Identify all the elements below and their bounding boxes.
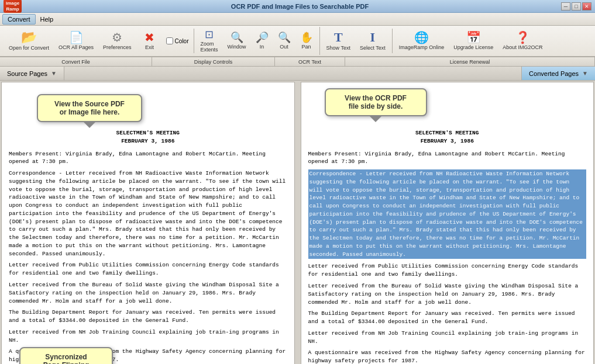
show-text-button[interactable]: T Show Text	[322, 29, 355, 53]
preferences-button[interactable]: ⚙ Preferences	[99, 29, 136, 53]
ocr-paragraph-0: Members Present: Virginia Brady, Edna La…	[308, 150, 587, 167]
panels-content: View the Source PDF or Image file here. …	[0, 81, 595, 364]
license-renewal-label: License Renewal	[345, 57, 595, 66]
menu-convert[interactable]: Convert	[2, 14, 36, 25]
source-paragraph-2: Letter received from Public Utilities Co…	[9, 261, 287, 278]
document-icon: 📄	[69, 32, 84, 43]
select-text-icon: I	[370, 31, 376, 44]
ocr-paragraph-3: Letter received from the Bureau of Solid…	[308, 282, 587, 306]
menu-bar: Convert Help	[0, 13, 595, 26]
sync-callout-text: Syncronized Page Flipping	[43, 353, 90, 364]
window-icon: 🔍	[231, 32, 243, 43]
pan-icon: ✋	[300, 32, 313, 43]
window-label: Window	[228, 44, 246, 50]
source-paragraph-3: Letter received from the Bureau of Solid…	[9, 281, 287, 305]
calendar-icon: 📅	[466, 32, 481, 43]
show-text-icon: T	[334, 31, 343, 44]
convert-file-label: Convert File	[0, 57, 152, 66]
converted-pages-label: Converted Pages	[529, 70, 579, 77]
source-title1: SELECTMEN'S MEETING	[9, 129, 287, 137]
panels-header: Source Pages ▼ Converted Pages ▼	[0, 67, 595, 81]
close-button[interactable]: ✕	[582, 2, 591, 11]
preferences-label: Preferences	[103, 44, 132, 50]
ocr-all-pages-button[interactable]: 📄 OCR All Pages	[54, 29, 98, 53]
upgrade-license-label: Upgrade License	[453, 44, 493, 50]
zoom-extents-label: ZoomExtents	[201, 41, 218, 53]
color-checkbox[interactable]	[166, 37, 173, 44]
about-icon: ❓	[515, 32, 530, 43]
converted-pages-tab[interactable]: Converted Pages ▼	[521, 67, 595, 80]
toolbar-labels: Convert File Display Controls OCR Text L…	[0, 57, 595, 67]
ocr-callout: View the OCR PDF file side by side.	[325, 88, 427, 116]
toolbar-display-controls: ⊡ ZoomExtents 🔍 Window 🔎 In 🔍 Out ✋ Pan	[194, 27, 320, 55]
zoom-in-icon: 🔎	[256, 32, 269, 43]
zoom-in-label: In	[260, 44, 264, 50]
ocr-paragraph-2: Letter received from Public Utilities Co…	[308, 262, 587, 279]
zoom-extents-icon: ⊡	[205, 29, 214, 40]
app-logo: imageRamp	[4, 0, 22, 13]
color-label: Color	[175, 38, 189, 44]
toolbar-convert-file: 📂 Open for Convert 📄 OCR All Pages ⚙ Pre…	[2, 29, 194, 53]
title-bar: imageRamp OCR PDF and Image Files to Sea…	[0, 0, 595, 13]
ocr-panel-content[interactable]: SELECTMEN'S MEETING FEBRUARY 3, 1986 Mem…	[301, 82, 594, 364]
source-paragraphs: Members Present: Virginia Brady, Edna La…	[9, 150, 287, 364]
exit-icon: ✖	[145, 32, 154, 43]
source-paragraph-5: Letter received from NH Job Training Cou…	[9, 328, 287, 345]
source-callout-text: View the Source PDF or Image file here.	[54, 100, 125, 116]
zoom-in-button[interactable]: 🔎 In	[252, 30, 273, 52]
maximize-button[interactable]: □	[572, 2, 581, 11]
color-checkbox-group: Color	[164, 37, 191, 44]
select-text-button[interactable]: I Select Text	[356, 29, 390, 53]
folder-icon: 📂	[21, 31, 37, 44]
ocr-paragraph-6: A questionnaire was received from the Hi…	[308, 349, 587, 364]
app-title: OCR PDF and Image Files to Searchable PD…	[39, 3, 561, 10]
window-button[interactable]: 🔍 Window	[223, 30, 250, 52]
source-tab-arrow: ▼	[51, 70, 57, 77]
display-controls-label: Display Controls	[152, 57, 275, 66]
imageramp-online-button[interactable]: 🌐 ImageRamp Online	[395, 29, 449, 53]
source-paragraph-0: Members Present: Virginia Brady, Edna La…	[9, 150, 287, 167]
open-for-convert-button[interactable]: 📂 Open for Convert	[5, 29, 53, 53]
toolbar-ocr-text: T Show Text I Select Text	[320, 29, 393, 53]
converted-tab-arrow: ▼	[582, 70, 588, 77]
zoom-out-icon: 🔍	[278, 32, 291, 43]
source-pages-label: Source Pages	[7, 70, 47, 77]
ocr-text-label: OCR Text	[275, 57, 345, 66]
panel-header-spacer	[64, 67, 521, 80]
source-paragraph-4: The Building Department Report for Janua…	[9, 308, 287, 325]
ocr-paragraph-1: Correspondence - Letter received from NH…	[308, 169, 587, 259]
exit-button[interactable]: ✖ Exit	[137, 29, 163, 53]
zoom-out-button[interactable]: 🔍 Out	[274, 30, 295, 52]
open-for-convert-label: Open for Convert	[9, 45, 49, 51]
source-panel: View the Source PDF or Image file here. …	[1, 82, 295, 364]
window-controls: ─ □ ✕	[561, 2, 591, 11]
source-callout: View the Source PDF or Image file here.	[37, 94, 142, 122]
toolbar: 📂 Open for Convert 📄 OCR All Pages ⚙ Pre…	[0, 26, 595, 57]
about-img2ocr-label: About IMG2OCR	[503, 44, 542, 50]
ocr-callout-text: View the OCR PDF file side by side.	[345, 94, 407, 110]
ocr-panel: View the OCR PDF file side by side. SELE…	[301, 82, 594, 364]
ocr-all-pages-label: OCR All Pages	[59, 44, 94, 50]
ocr-title2: FEBRUARY 3, 1986	[308, 137, 587, 145]
source-pages-tab[interactable]: Source Pages ▼	[0, 67, 64, 80]
pan-label: Pan	[302, 44, 311, 50]
gear-icon: ⚙	[112, 32, 122, 43]
source-panel-content[interactable]: SELECTMEN'S MEETING FEBRUARY 3, 1986 Mem…	[2, 82, 294, 364]
pan-button[interactable]: ✋ Pan	[296, 30, 317, 52]
source-title2: FEBRUARY 3, 1986	[9, 137, 287, 145]
sync-callout: Syncronized Page Flipping	[19, 347, 113, 364]
imageramp-online-label: ImageRamp Online	[399, 44, 445, 50]
show-text-label: Show Text	[326, 45, 350, 51]
about-img2ocr-button[interactable]: ❓ About IMG2OCR	[498, 29, 546, 53]
source-paragraph-1: Correspondence - Letter received from NH…	[9, 169, 287, 258]
zoom-extents-button[interactable]: ⊡ ZoomExtents	[197, 27, 222, 55]
menu-help[interactable]: Help	[36, 15, 59, 24]
upgrade-license-button[interactable]: 📅 Upgrade License	[449, 29, 497, 53]
ocr-paragraph-4: The Building Department Report for Janua…	[308, 310, 587, 326]
panel-divider[interactable]	[296, 81, 300, 364]
ocr-paragraphs: Members Present: Virginia Brady, Edna La…	[308, 150, 587, 364]
exit-label: Exit	[145, 44, 154, 50]
select-text-label: Select Text	[360, 45, 386, 51]
ocr-paragraph-5: Letter received from NH Job Training Cou…	[308, 330, 587, 346]
minimize-button[interactable]: ─	[561, 2, 570, 11]
